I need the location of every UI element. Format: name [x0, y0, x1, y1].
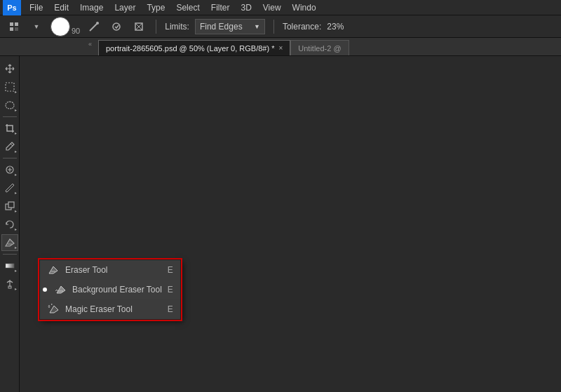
sub-arrow: ▸ — [15, 245, 17, 250]
menu-item-bg-eraser-tool[interactable]: Background Eraser Tool E — [40, 280, 180, 299]
menu-select[interactable]: Select — [170, 0, 205, 15]
tool-eyedropper[interactable]: ▸ — [1, 138, 18, 155]
canvas-area: Eraser Tool E Background Eraser Tool E — [20, 56, 561, 392]
magic-eraser-tool-label: Magic Eraser Tool — [65, 304, 162, 314]
toolbar-sep3 — [3, 254, 17, 255]
eraser-context-menu: Eraser Tool E Background Eraser Tool E — [39, 259, 181, 320]
menu-file[interactable]: File — [24, 0, 48, 15]
tool-gradient[interactable]: ▸ — [1, 257, 18, 274]
sub-arrow: ▸ — [15, 286, 17, 291]
brush-size-label: 90 — [72, 27, 80, 35]
toolbar-sep2 — [3, 158, 17, 158]
options-bar: ▼ 90 Limits: Find Edges ▼ Tolerance: 23% — [0, 15, 561, 38]
tolerance-label: Tolerance: — [283, 22, 321, 32]
tool-clone[interactable]: ▸ — [1, 198, 18, 215]
svg-rect-14 — [8, 286, 11, 288]
brush-mode-icon1[interactable] — [86, 18, 102, 35]
left-toolbar: ▸ ▸ ▸ ▸ — [0, 56, 20, 392]
limits-dropdown[interactable]: Find Edges ▼ — [195, 19, 265, 34]
menu-type[interactable]: Type — [141, 0, 170, 15]
eraser-tool-icon — [47, 264, 60, 276]
bg-eraser-tool-shortcut: E — [168, 285, 173, 295]
svg-rect-1 — [15, 22, 18, 26]
menu-item-eraser-tool[interactable]: Eraser Tool E — [40, 260, 180, 280]
separator2 — [273, 20, 274, 34]
menu-window[interactable]: Windo — [287, 0, 322, 15]
menu-filter[interactable]: Filter — [205, 0, 236, 15]
svg-rect-13 — [6, 264, 14, 268]
sub-arrow: ▸ — [15, 208, 17, 213]
eraser-tool-label: Eraser Tool — [65, 265, 162, 275]
brush-preview[interactable] — [50, 17, 70, 36]
sub-arrow: ▸ — [15, 172, 17, 177]
svg-rect-7 — [6, 83, 14, 91]
tab-bar: « portrait-2865605.psd @ 50% (Layer 0, R… — [0, 38, 561, 56]
dropdown-arrow-tool[interactable]: ▼ — [28, 18, 45, 35]
tab-untitled[interactable]: Untitled-2 @ — [290, 40, 349, 55]
sub-arrow: ▸ — [15, 107, 17, 112]
separator1 — [156, 20, 156, 34]
menu-bar: Ps File Edit Image Layer Type Select Fil… — [0, 0, 561, 15]
limits-arrow: ▼ — [254, 23, 260, 30]
sub-arrow: ▸ — [15, 89, 17, 94]
svg-point-4 — [96, 22, 99, 25]
menu-3d[interactable]: 3D — [235, 0, 257, 15]
menu-edit[interactable]: Edit — [48, 0, 74, 15]
sub-arrow: ▸ — [15, 190, 17, 195]
eraser-tool-shortcut: E — [168, 265, 173, 275]
svg-rect-3 — [15, 27, 18, 31]
sub-arrow: ▸ — [15, 149, 17, 154]
sub-arrow: ▸ — [15, 227, 17, 231]
tool-brush[interactable]: ▸ — [1, 180, 18, 196]
active-indicator — [43, 288, 47, 292]
toolbar-sep1 — [3, 116, 17, 117]
tool-preset-icon[interactable] — [6, 18, 22, 35]
sub-arrow: ▸ — [15, 268, 17, 273]
bg-eraser-tool-icon — [54, 283, 67, 296]
svg-rect-0 — [10, 22, 13, 26]
tool-pen[interactable]: ▸ — [1, 276, 18, 292]
tool-eraser[interactable]: ▸ — [1, 234, 18, 251]
menu-item-magic-eraser-tool[interactable]: Magic Eraser Tool E — [40, 299, 180, 319]
brush-mode-icon2[interactable] — [108, 18, 125, 35]
magic-eraser-tool-shortcut: E — [168, 304, 173, 314]
tab-portrait[interactable]: portrait-2865605.psd @ 50% (Layer 0, RGB… — [98, 40, 290, 55]
panel-collapse-icon[interactable]: « — [88, 41, 92, 48]
svg-line-8 — [11, 144, 13, 146]
brush-mode-icon3[interactable] — [130, 18, 147, 35]
tool-history[interactable]: ▸ — [1, 216, 18, 233]
limits-value: Find Edges — [200, 22, 243, 32]
sub-arrow: ▸ — [15, 130, 17, 135]
svg-rect-2 — [10, 27, 13, 31]
svg-rect-11 — [8, 202, 14, 208]
menu-layer[interactable]: Layer — [109, 0, 141, 15]
tool-lasso[interactable]: ▸ — [1, 97, 18, 114]
bg-eraser-tool-label: Background Eraser Tool — [72, 285, 162, 295]
menu-view[interactable]: View — [257, 0, 287, 15]
tolerance-value: 23% — [327, 22, 344, 32]
menu-image[interactable]: Image — [74, 0, 109, 15]
tool-move[interactable] — [1, 60, 18, 77]
ps-logo: Ps — [3, 0, 21, 15]
tool-selection[interactable]: ▸ — [1, 79, 18, 95]
tab-close-icon[interactable]: × — [278, 44, 283, 52]
tab-portrait-label: portrait-2865605.psd @ 50% (Layer 0, RGB… — [106, 44, 274, 53]
limits-label: Limits: — [165, 22, 189, 32]
svg-point-5 — [113, 23, 120, 30]
magic-eraser-tool-icon — [47, 303, 60, 316]
main-area: ▸ ▸ ▸ ▸ — [0, 56, 561, 392]
tool-crop[interactable]: ▸ — [1, 120, 18, 137]
canvas-background — [20, 56, 561, 392]
tool-healing[interactable]: ▸ — [1, 161, 18, 178]
